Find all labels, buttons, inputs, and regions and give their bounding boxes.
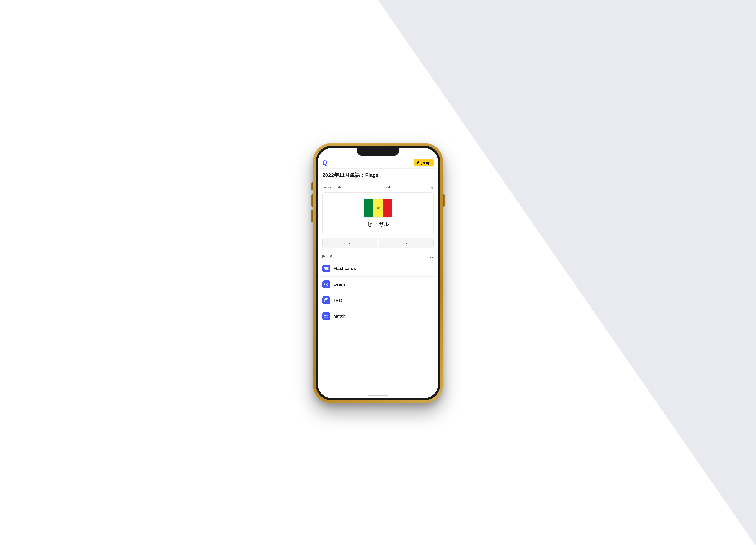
learn-icon-wrap <box>322 280 330 288</box>
app-header: Q Sign up <box>318 157 438 169</box>
prev-card-button[interactable]: ‹ <box>322 238 377 248</box>
flag-stripe-green <box>364 199 373 217</box>
phone-device: Q Sign up 2022年11月単語：Flags Defin <box>313 143 443 403</box>
shuffle-icon[interactable]: ✕ <box>329 254 333 259</box>
page-title-bar: 2022年11月単語：Flags <box>318 169 438 182</box>
controls-row: ▶ ✕ ⛶ <box>318 251 438 261</box>
speaker-icon[interactable] <box>338 185 342 190</box>
mode-item-flashcards[interactable]: Flashcards <box>318 261 438 276</box>
phone-shell: Q Sign up 2022年11月単語：Flags Defin <box>313 143 443 403</box>
fullscreen-icon[interactable]: ⛶ <box>429 254 434 259</box>
phone-bezel: Q Sign up 2022年11月単語：Flags Defin <box>316 146 440 400</box>
mute-button <box>311 183 313 190</box>
flashcard[interactable]: ★ セネガル <box>322 192 434 235</box>
mode-item-match[interactable]: Match <box>318 308 438 324</box>
test-icon <box>324 298 329 303</box>
flag-senegal: ★ <box>364 199 392 217</box>
svg-rect-12 <box>324 317 326 317</box>
svg-rect-10 <box>324 315 326 316</box>
power-button <box>443 195 445 207</box>
play-icon[interactable]: ▶ <box>322 254 326 259</box>
definition-label: Definition <box>322 185 342 190</box>
test-label: Test <box>334 298 342 303</box>
favorite-icon[interactable]: ★ <box>430 185 434 190</box>
flashcards-label: Flashcards <box>334 266 356 271</box>
title-underline <box>322 180 331 181</box>
svg-rect-1 <box>324 267 326 269</box>
card-counter: 3 / 64 <box>382 186 390 189</box>
next-card-button[interactable]: › <box>379 238 434 248</box>
flag-stripe-yellow: ★ <box>373 199 383 217</box>
flag-stripe-red <box>383 199 392 217</box>
mode-item-test[interactable]: Test <box>318 292 438 308</box>
svg-rect-3 <box>327 267 328 269</box>
page-title: 2022年11月単語：Flags <box>322 172 434 179</box>
mode-item-learn[interactable]: Learn <box>318 276 438 292</box>
svg-rect-13 <box>326 317 328 317</box>
svg-point-5 <box>326 284 327 285</box>
flashcard-header: Definition 3 / 64 ★ <box>322 185 434 190</box>
match-icon <box>324 314 329 318</box>
definition-text: Definition <box>322 186 336 189</box>
match-icon-wrap <box>322 312 330 320</box>
flag-star: ★ <box>376 206 380 210</box>
home-indicator <box>318 392 438 398</box>
svg-rect-2 <box>324 269 328 269</box>
flashcards-icon <box>324 266 329 271</box>
volume-down-button <box>311 210 313 222</box>
mode-list: Flashcards Learn <box>318 261 438 324</box>
flashcard-section: Definition 3 / 64 ★ <box>318 182 438 251</box>
flashcards-icon-wrap <box>322 265 330 273</box>
app-logo: Q <box>322 159 327 166</box>
card-word: セネガル <box>367 221 389 228</box>
learn-label: Learn <box>334 282 345 287</box>
sign-up-button[interactable]: Sign up <box>414 159 434 166</box>
svg-rect-11 <box>326 315 328 316</box>
match-label: Match <box>334 314 346 318</box>
control-left: ▶ ✕ <box>322 254 333 259</box>
notch <box>357 148 399 156</box>
nav-buttons: ‹ › <box>322 238 434 248</box>
volume-up-button <box>311 195 313 207</box>
learn-icon <box>324 282 329 287</box>
phone-screen: Q Sign up 2022年11月単語：Flags Defin <box>318 148 438 398</box>
test-icon-wrap <box>322 296 330 304</box>
screen-content[interactable]: Definition 3 / 64 ★ <box>318 182 438 392</box>
home-bar <box>367 395 389 396</box>
